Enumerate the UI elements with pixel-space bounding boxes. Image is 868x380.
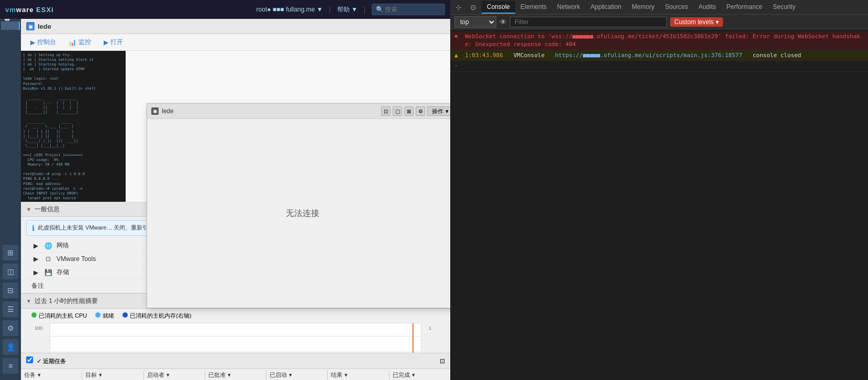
tab-security[interactable]: Security [767,1,800,14]
nav-help[interactable]: 帮助 ▼ [337,5,358,14]
devtools-circle-btn[interactable]: ⊙ [467,1,480,14]
task-col-result[interactable]: 结果 ▾ [328,370,389,380]
win-ctrl-2[interactable]: ▢ [393,106,402,116]
console-prompt-line[interactable]: › [450,61,868,71]
legend-ready: 就绪 [95,312,114,320]
terminal-text: [ ok ] Setting up tty. [ ok ] Starting s… [23,53,124,201]
floating-vm-icon: ▣ [151,107,159,115]
task-col-approved-sort: ▾ [228,372,231,378]
filter-input[interactable] [510,17,667,27]
tasks-bar: ✓ 近期任务 ⊡ [21,353,450,368]
y-100: 100 [26,325,42,331]
task-col-target-sort: ▾ [99,372,102,378]
tasks-checkbox[interactable] [26,356,33,363]
vmware-ware-text: ware [16,6,34,14]
sidebar: 导航栏 ⊞ ◫ ⊟ ☰ ⚙ 👤 ≡ [0,19,21,380]
tab-console[interactable]: Console [482,1,515,14]
open-icon: ▶ [104,39,108,46]
control-console-btn[interactable]: ▶ 控制台 [26,36,60,48]
task-col-approved[interactable]: 已批准 ▾ [205,370,266,380]
sidebar-btn-1[interactable]: ⊞ [3,245,18,260]
nav-user[interactable]: root● ■■■ fullang.me ▼ [257,6,323,13]
open-label: 打开 [110,38,123,47]
tab-network[interactable]: Network [552,1,585,14]
nav-divider2: | [364,6,365,13]
win-ctrl-4[interactable]: ⚙ [416,106,425,116]
warning-time: 1:03:43.986 [465,52,503,59]
vmtools-expand-arrow: ▶ [31,255,40,263]
storage-expand-arrow: ▶ [31,268,40,277]
console-line-warning: ▲ 1:03:43.986 VMConsole https://■■■■■.of… [450,50,868,61]
vmtools-label: VMware Tools [57,255,96,263]
monitor-label: 监控 [79,38,91,47]
win-ctrl-operate[interactable]: 操作 ▾ [427,106,450,116]
control-label: 控制台 [37,38,56,47]
vm-name-label: lede [38,23,51,30]
y-axis-left: 100 80 60 [26,323,44,353]
sidebar-btn-2[interactable]: ◫ [3,264,18,279]
sidebar-tab-nav[interactable]: 导航栏 [1,21,20,30]
console-line-error: ✖ WebSocket connection to 'wss://■■■■■■.… [450,31,868,50]
sidebar-btn-7[interactable]: ≡ [3,358,18,374]
tab-application[interactable]: Application [585,1,627,14]
vmtools-icon: ⊡ [44,255,52,263]
win-ctrl-1[interactable]: ⊡ [381,106,391,116]
task-col-result-sort: ▾ [344,372,348,378]
tasks-expand-btn[interactable]: ⊡ [440,357,445,365]
y-axis-right: 1 0.8 [427,323,445,353]
section-general-arrow: ▼ [26,207,31,212]
win-ctrl-3[interactable]: ⊠ [404,106,414,116]
floating-vm-name: lede [162,107,174,115]
monitor-btn[interactable]: 📊 监控 [64,36,95,48]
sidebar-btn-4[interactable]: ☰ [3,301,18,317]
warning-link[interactable]: https://■■■■■.ofuliang.me/ui/scripts/mai… [555,52,742,59]
tab-sources[interactable]: Sources [660,1,693,14]
vm-header: ▣ lede [21,19,450,34]
sidebar-btn-6[interactable]: 👤 [3,339,18,355]
vm-header-icon: ▣ [26,22,35,30]
task-col-launcher-sort: ▾ [166,372,170,378]
devtools-cursor-btn[interactable]: ⊹ [452,1,465,14]
task-col-started[interactable]: 已启动 ▾ [266,370,328,380]
top-nav-bar: vmware ESXi root● ■■■ fullang.me ▼ | 帮助 … [0,0,450,19]
nav-divider: | [329,6,331,13]
floating-title-left: ▣ lede [151,107,174,115]
sidebar-btn-5[interactable]: ⚙ [3,320,18,336]
vmware-logo: vmware ESXi [5,6,54,14]
tab-performance[interactable]: Performance [721,1,768,14]
devtools-tabs: ⊹ ⊙ Console Elements Network Application… [450,0,868,15]
cpu-dot [31,312,37,318]
task-col-launcher[interactable]: 启动者 ▾ [144,370,205,380]
warning-source: VMConsole [514,52,545,59]
task-col-target[interactable]: 目标 ▾ [82,370,143,380]
warning-msg-text: console closed [753,52,802,59]
task-col-task-sort: ▾ [38,372,41,378]
esxi-text: ESXi [36,6,54,14]
tab-audits[interactable]: Audits [693,1,721,14]
network-label: 网络 [57,241,69,250]
task-col-task[interactable]: 任务 ▾ [21,370,82,380]
error-text: WebSocket connection to 'wss://■■■■■■.of… [465,32,865,49]
open-btn[interactable]: ▶ 打开 [99,36,127,48]
tab-elements[interactable]: Elements [515,1,552,14]
info-circle-icon: ℹ [32,224,35,232]
task-col-approved-label: 已批准 [208,371,226,379]
vm-terminal: [ ok ] Setting up tty. [ ok ] Starting s… [21,51,126,202]
storage-label: 存储 [57,268,69,277]
top-dropdown[interactable]: top [454,16,496,28]
eye-icon-btn[interactable]: 👁 [499,18,507,26]
sidebar-btn-3[interactable]: ⊟ [3,283,18,298]
tasks-columns: 任务 ▾ 目标 ▾ 启动者 ▾ 已批准 ▾ 已启动 ▾ [21,368,450,380]
perf-title: 过去 1 小时的性能摘要 [35,297,98,306]
task-col-completed[interactable]: 已完成 ▾ [390,370,450,380]
tab-memory[interactable]: Memory [627,1,660,14]
floating-vm-content: 无法连接 [147,119,450,308]
vm-actions-bar: ▶ 控制台 📊 监控 ▶ 打开 [21,34,450,51]
task-col-completed-sort: ▾ [412,372,415,378]
network-icon: 🌐 [44,242,52,250]
devtools-icon-group: ⊹ ⊙ [452,1,480,14]
perf-legend: 已消耗的主机 CPU 就绪 已消耗的主机内存(右轴) [21,309,450,323]
network-expand-arrow: ▶ [31,242,40,250]
error-icon: ✖ [454,32,463,40]
custom-levels-btn[interactable]: Custom levels ▾ [670,17,723,27]
